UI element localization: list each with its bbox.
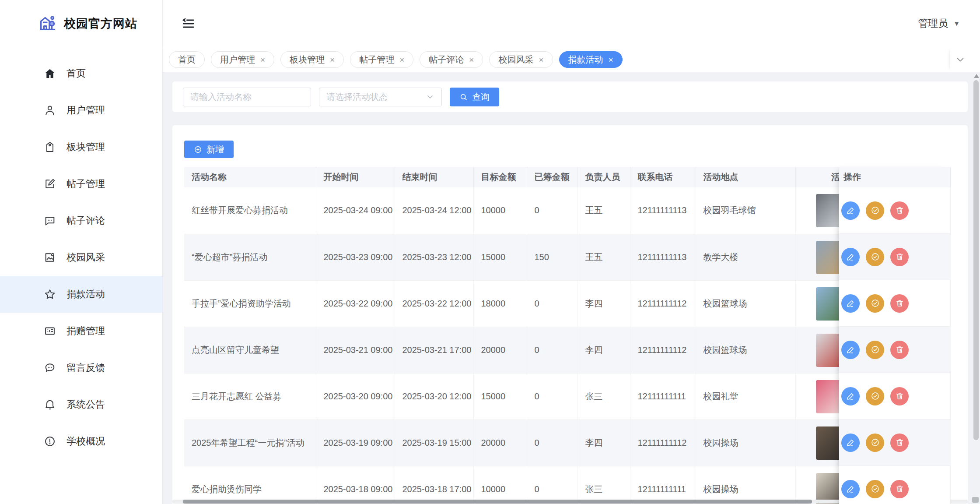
- trash-icon: [895, 252, 904, 261]
- tag-icon: [44, 141, 56, 153]
- activity-name-input[interactable]: [183, 88, 311, 106]
- col-start-time: 开始时间: [316, 167, 395, 187]
- delete-button[interactable]: [890, 248, 909, 266]
- sidebar-item-label: 留言反馈: [66, 361, 105, 374]
- approve-button[interactable]: [866, 341, 884, 359]
- table-row: 2025年希望工程“一元捐”活动 2025-03-19 09:00 2025-0…: [184, 419, 950, 466]
- chat-dots-icon: [44, 362, 56, 374]
- tab-post-management[interactable]: 帖子管理 ×: [350, 51, 413, 68]
- sidebar-item-label: 帖子管理: [66, 177, 105, 190]
- comment-icon: [44, 215, 56, 227]
- col-raised-amount: 已筹金额: [527, 167, 578, 187]
- sidebar-item-posts[interactable]: 帖子管理: [0, 166, 162, 202]
- edit-button[interactable]: [841, 480, 860, 498]
- bank-card-icon: [44, 325, 56, 337]
- row-actions: [839, 280, 950, 327]
- content-area: 请选择活动状态 查询 新增: [163, 72, 980, 504]
- edit-button[interactable]: [841, 341, 860, 359]
- tab-campus-style[interactable]: 校园风采 ×: [489, 51, 553, 68]
- picture-icon: [44, 251, 56, 264]
- edit-button[interactable]: [841, 248, 860, 266]
- scroll-up-arrow[interactable]: [974, 74, 979, 78]
- approve-button[interactable]: [866, 387, 884, 405]
- close-tab-icon[interactable]: ×: [609, 56, 613, 64]
- sidebar-item-label: 校园风采: [66, 251, 105, 264]
- delete-button[interactable]: [890, 480, 909, 498]
- approve-button[interactable]: [866, 248, 884, 266]
- sidebar-item-feedback[interactable]: 留言反馈: [0, 349, 162, 386]
- row-actions: [839, 419, 950, 466]
- approve-button[interactable]: [866, 434, 884, 452]
- sidebar-item-campus-style[interactable]: 校园风采: [0, 239, 162, 276]
- check-circle-icon: [871, 391, 880, 401]
- trash-icon: [895, 345, 904, 354]
- table-row: 红丝带开展爱心募捐活动 2025-03-24 09:00 2025-03-24 …: [184, 187, 950, 234]
- sidebar-item-label: 捐款活动: [66, 288, 105, 301]
- delete-button[interactable]: [890, 341, 909, 359]
- sidebar-item-donation-management[interactable]: 捐赠管理: [0, 313, 162, 349]
- sidebar-item-comments[interactable]: 帖子评论: [0, 202, 162, 239]
- edit-button[interactable]: [841, 387, 860, 405]
- sidebar-item-label: 帖子评论: [66, 214, 105, 227]
- horizontal-scrollbar-thumb[interactable]: [183, 500, 812, 504]
- edit-button[interactable]: [841, 294, 860, 313]
- tab-overflow-button[interactable]: [950, 47, 970, 72]
- plus-circle-icon: [194, 145, 202, 154]
- tab-user-management[interactable]: 用户管理 ×: [211, 51, 274, 68]
- col-location: 活动地点: [696, 167, 795, 187]
- sidebar-item-school-overview[interactable]: 学校概况: [0, 423, 162, 460]
- delete-button[interactable]: [890, 201, 909, 220]
- scrollbar-corner: [972, 497, 979, 503]
- approve-button[interactable]: [866, 294, 884, 313]
- pencil-icon: [846, 299, 855, 308]
- sidebar-item-users[interactable]: 用户管理: [0, 92, 162, 129]
- check-circle-icon: [871, 438, 880, 447]
- trash-icon: [895, 438, 904, 447]
- user-icon: [44, 104, 56, 116]
- sidebar-item-home[interactable]: 首页: [0, 55, 162, 92]
- chevron-down-icon: [956, 55, 965, 64]
- approve-button[interactable]: [866, 201, 884, 220]
- sidebar-item-announcements[interactable]: 系统公告: [0, 386, 162, 423]
- collapse-sidebar-icon[interactable]: [181, 17, 195, 31]
- sidebar-item-donation-activities[interactable]: 捐款活动: [0, 276, 162, 313]
- delete-button[interactable]: [890, 434, 909, 452]
- chevron-down-icon: [426, 92, 434, 101]
- admin-dropdown[interactable]: 管理员 ▼: [918, 17, 960, 30]
- edit-button[interactable]: [841, 434, 860, 452]
- trash-icon: [895, 299, 904, 308]
- vertical-scrollbar-thumb[interactable]: [973, 80, 979, 440]
- edit-square-icon: [44, 178, 56, 190]
- row-actions: [839, 373, 950, 419]
- close-tab-icon[interactable]: ×: [469, 56, 474, 64]
- check-circle-icon: [871, 484, 880, 493]
- delete-button[interactable]: [890, 294, 909, 313]
- operations-fixed-column: 操作: [839, 167, 950, 504]
- activities-table: 活动名称 开始时间 结束时间 目标金额 已筹金额 负责人员 联系电话 活动地点 …: [184, 167, 950, 504]
- pencil-icon: [846, 438, 855, 447]
- sidebar-item-boards[interactable]: 板块管理: [0, 129, 162, 166]
- pencil-icon: [846, 391, 855, 401]
- approve-button[interactable]: [866, 480, 884, 498]
- tab-home[interactable]: 首页: [169, 51, 205, 68]
- row-actions: [839, 466, 950, 504]
- activity-status-select[interactable]: 请选择活动状态: [319, 88, 442, 106]
- close-tab-icon[interactable]: ×: [330, 56, 335, 64]
- table-row: 手拉手”爱心捐资助学活动 2025-03-22 09:00 2025-03-22…: [184, 280, 950, 327]
- vertical-scrollbar[interactable]: [972, 72, 980, 504]
- close-tab-icon[interactable]: ×: [260, 56, 265, 64]
- query-button[interactable]: 查询: [450, 88, 499, 106]
- school-logo-icon: [38, 13, 58, 35]
- select-placeholder: 请选择活动状态: [326, 91, 388, 103]
- sidebar-item-label: 板块管理: [66, 141, 105, 154]
- delete-button[interactable]: [890, 387, 909, 405]
- table-row: “爱心超市”募捐活动 2025-03-23 09:00 2025-03-23 1…: [184, 234, 950, 280]
- edit-button[interactable]: [841, 201, 860, 220]
- tab-post-comments[interactable]: 帖子评论 ×: [420, 51, 483, 68]
- close-tab-icon[interactable]: ×: [399, 56, 404, 64]
- tab-board-management[interactable]: 板块管理 ×: [280, 51, 344, 68]
- close-tab-icon[interactable]: ×: [539, 56, 543, 64]
- tab-donation-activities[interactable]: 捐款活动 ×: [559, 51, 623, 68]
- add-button[interactable]: 新增: [184, 141, 234, 158]
- check-circle-icon: [871, 345, 880, 354]
